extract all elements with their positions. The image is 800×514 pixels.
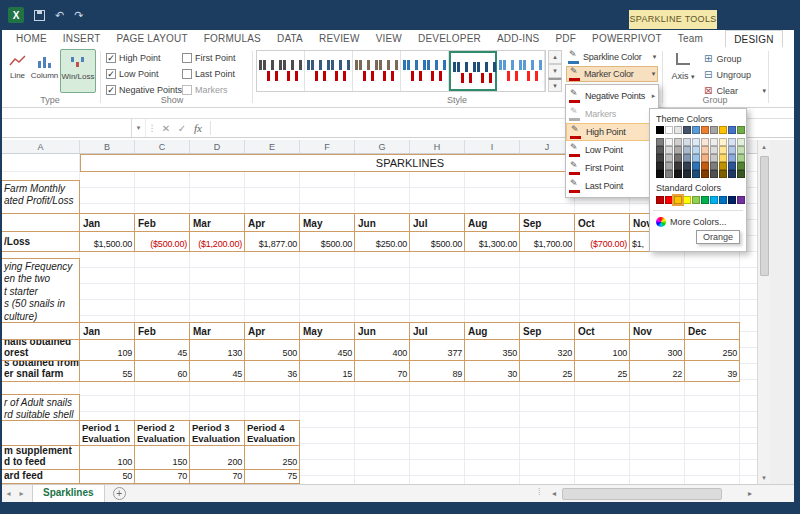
column-header-e[interactable]: E [245,140,300,154]
save-icon[interactable] [34,10,45,21]
theme-color-swatch[interactable] [656,170,664,178]
table3-row2-value[interactable]: 75 [245,470,300,484]
table1-month[interactable]: Jan [80,213,135,232]
ribbon-tab-team[interactable]: Team [670,30,711,47]
table2-row2-value[interactable]: 30 [465,361,520,382]
theme-color-swatch[interactable] [683,138,691,146]
sheet-grid[interactable]: SPARKLINES Farm Monthlyated Profit/Lossy… [2,154,757,484]
redo-icon[interactable]: ↷ [74,10,83,21]
theme-color-swatch[interactable] [683,146,691,154]
theme-color-swatch[interactable] [692,162,700,170]
hscroll-right-icon[interactable]: ▸ [744,488,756,500]
table2-row2-value[interactable]: 36 [245,361,300,382]
table2-row1-value[interactable]: 45 [135,340,190,361]
table2-month[interactable]: Jun [355,322,410,340]
checkbox-first-point[interactable]: First Point [182,51,236,65]
formula-bar-splitter[interactable]: ⋮ [146,123,158,133]
table2-row1-value[interactable]: 500 [245,340,300,361]
table2-month[interactable]: Apr [245,322,300,340]
ribbon-tab-add-ins[interactable]: ADD-INS [489,30,548,47]
theme-color-swatch[interactable] [692,146,700,154]
column-header-h[interactable]: H [410,140,465,154]
ribbon-tab-page-layout[interactable]: PAGE LAYOUT [109,30,196,47]
theme-color-swatch[interactable] [719,162,727,170]
theme-color-swatch[interactable] [683,154,691,162]
table1-month[interactable]: Aug [465,213,520,232]
table2-month[interactable]: Oct [575,322,630,340]
table2-month[interactable]: Jan [80,322,135,340]
standard-color-swatch[interactable] [674,196,682,204]
sheet-nav-right-icon[interactable]: ▸ [15,489,28,498]
table1-value[interactable]: $250.00 [355,232,410,252]
sparkline-style-6[interactable] [497,51,545,91]
theme-color-swatch[interactable] [674,126,682,134]
theme-color-swatch[interactable] [665,162,673,170]
table2-row1-value[interactable]: 300 [630,340,685,361]
table3-row1-value[interactable]: 200 [190,446,245,470]
table2-row2-value[interactable]: 39 [685,361,740,382]
theme-color-swatch[interactable] [719,146,727,154]
table1-month[interactable]: Feb [135,213,190,232]
table2-row2-value[interactable]: 25 [575,361,630,382]
ribbon-tab-view[interactable]: VIEW [368,30,410,47]
menu-item-high-point[interactable]: ✎High Point▸ [566,123,658,141]
checkbox-high-point[interactable]: ✓High Point [106,51,161,65]
standard-color-swatch[interactable] [737,196,745,204]
table2-row1-value[interactable]: 250 [685,340,740,361]
table1-value[interactable]: ($700.00) [575,232,630,252]
theme-color-swatch[interactable] [656,146,664,154]
table3-row2-value[interactable]: 70 [190,470,245,484]
theme-color-swatch[interactable] [665,154,673,162]
theme-color-swatch[interactable] [728,162,736,170]
table1-value[interactable]: $1,500.00 [80,232,135,252]
menu-item-last-point[interactable]: ✎Last Point▸ [566,177,658,195]
axis-button[interactable]: Axis ▾ [666,49,700,93]
checkbox-low-point[interactable]: ✓Low Point [106,67,159,81]
more-colors-item[interactable]: More Colors... [652,213,746,230]
cancel-icon[interactable]: ✕ [158,123,174,134]
theme-color-swatch[interactable] [719,126,727,134]
ungroup-button[interactable]: ⊟ Ungroup [704,67,766,82]
sparkline-style-5[interactable] [449,51,497,91]
vertical-scrollbar[interactable]: ▴ ▾ [757,140,770,484]
theme-color-swatch[interactable] [701,146,709,154]
new-sheet-button[interactable]: + [113,487,126,500]
theme-color-swatch[interactable] [701,162,709,170]
sparkline-style-4[interactable] [401,51,449,91]
column-header-f[interactable]: F [300,140,355,154]
theme-color-swatch[interactable] [737,162,745,170]
table3-row2-value[interactable]: 70 [135,470,190,484]
ribbon-tab-pdf[interactable]: PDF [547,30,584,47]
sparkline-style-2[interactable] [305,51,353,91]
table3-row2-label[interactable]: ard feed [2,470,80,484]
table3-row1-label[interactable]: m supplementd to feed [2,446,80,470]
sparkline-color-button[interactable]: ✎ Sparkline Color ▾ [566,49,658,65]
table2-month[interactable]: May [300,322,355,340]
ribbon-tab-review[interactable]: REVIEW [311,30,368,47]
theme-color-swatch[interactable] [665,170,673,178]
table2-month[interactable]: Feb [135,322,190,340]
scroll-down-icon[interactable]: ▾ [758,471,770,484]
theme-color-swatch[interactable] [719,154,727,162]
ribbon-tab-developer[interactable]: DEVELOPER [410,30,489,47]
ribbon-tab-powerpivot[interactable]: POWERPIVOT [584,30,670,47]
sparkline-style-3[interactable] [353,51,401,91]
table1-month[interactable]: Sep [520,213,575,232]
table2-month[interactable]: Sep [520,322,575,340]
marker-color-button[interactable]: ✎ Marker Color ▾ [566,66,658,82]
table1-month[interactable]: Mar [190,213,245,232]
theme-color-swatch[interactable] [665,146,673,154]
enter-icon[interactable]: ✓ [174,123,190,134]
standard-color-swatch[interactable] [719,196,727,204]
table3-header[interactable]: Period 2 Evaluation [135,420,190,446]
table2-row2-value[interactable]: 70 [355,361,410,382]
theme-color-swatch[interactable] [683,170,691,178]
table2-row1-value[interactable]: 377 [410,340,465,361]
sheet-tab-sparklines[interactable]: Sparklines [32,485,105,502]
table1-month[interactable]: Jun [355,213,410,232]
table2-month[interactable]: Aug [465,322,520,340]
theme-color-swatch[interactable] [692,154,700,162]
theme-color-swatch[interactable] [701,170,709,178]
table1-row-label[interactable]: /Loss [2,232,80,252]
theme-color-swatch[interactable] [683,162,691,170]
